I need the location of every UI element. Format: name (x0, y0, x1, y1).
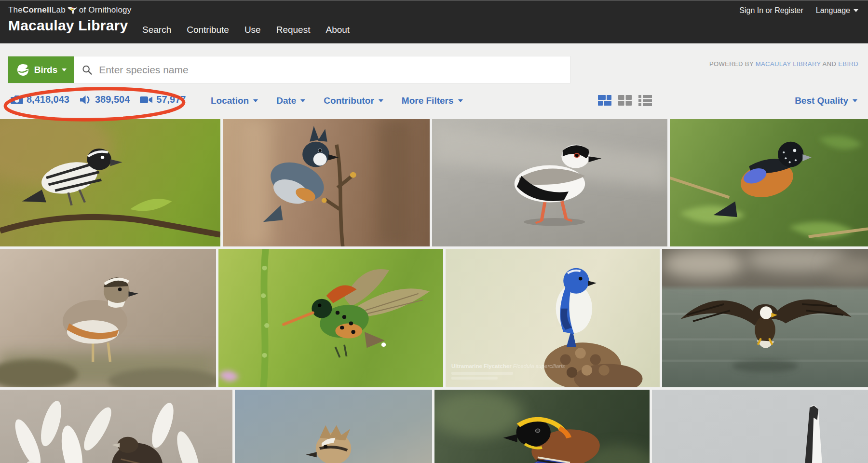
filter-location[interactable]: Location (211, 95, 258, 106)
photo-thumbnail[interactable] (670, 119, 868, 246)
photo-thumbnail[interactable] (223, 119, 430, 246)
photo-watermark: Ultramarine Flycatcher Ficedula supercil… (451, 363, 565, 380)
camera-icon (11, 95, 23, 105)
logo-text-the: The (8, 5, 23, 15)
photo-thumbnail[interactable] (662, 249, 868, 387)
filter-more-label: More Filters (402, 95, 454, 106)
photo-thumbnail[interactable] (0, 390, 232, 463)
macaulay-library-link[interactable]: MACAULAY LIBRARY (756, 60, 821, 68)
media-counts: 8,418,043 389,504 57,977 (11, 94, 186, 105)
header-right: Sign In or Register Language (739, 6, 858, 15)
chevron-down-icon (853, 99, 857, 102)
video-count-value: 57,977 (156, 94, 186, 105)
watermark-species: Ultramarine Flycatcher (451, 363, 512, 369)
site-title[interactable]: Macaulay Library (8, 17, 131, 34)
nav-item-request[interactable]: Request (276, 25, 311, 35)
photo-thumbnail[interactable] (434, 390, 650, 463)
logo-text-ornithology: of Ornithology (79, 5, 132, 15)
filter-contributor-label: Contributor (324, 95, 374, 106)
site-header: TheCornellLab of Ornithology Macaulay Li… (0, 0, 868, 43)
nav-item-use[interactable]: Use (244, 25, 261, 35)
photo-art-pied-plover (432, 119, 667, 246)
ebird-bird-icon (15, 63, 30, 77)
watermark-scientific-name: Ficedula superciliaris (513, 363, 565, 369)
language-label: Language (816, 6, 850, 15)
photo-art-coquette-hummingbird (218, 249, 443, 387)
main-nav: Search Contribute Use Request About (142, 25, 350, 35)
sort-dropdown[interactable]: Best Quality (795, 95, 857, 106)
photo-thumbnail[interactable] (235, 390, 432, 463)
photo-art-tanager (670, 119, 868, 246)
gallery-row (0, 119, 868, 246)
taxa-label: Birds (34, 65, 58, 75)
filter-bar: Location Date Contributor More Filters (211, 95, 463, 106)
search-section: Birds POWERED BY MACAULAY LIBRARY AND EB… (0, 43, 868, 87)
watermark-copyright-line (451, 377, 498, 380)
chevron-down-icon (62, 68, 67, 71)
grid-view-icon[interactable] (618, 95, 632, 108)
filter-contributor[interactable]: Contributor (324, 95, 383, 106)
media-gallery: Ultramarine Flycatcher Ficedula supercil… (0, 119, 868, 463)
nav-item-search[interactable]: Search (142, 25, 171, 35)
photo-art-bald-eagle (662, 249, 868, 387)
photo-thumbnail[interactable] (652, 390, 868, 463)
species-search-input[interactable] (99, 64, 562, 76)
chevron-down-icon (854, 9, 858, 12)
photo-thumbnail[interactable] (218, 249, 443, 387)
brand-block[interactable]: TheCornellLab of Ornithology Macaulay Li… (8, 5, 131, 34)
video-camera-icon (139, 95, 153, 105)
macaulay-library-page: TheCornellLab of Ornithology Macaulay Li… (0, 0, 868, 463)
powered-prefix: POWERED BY (709, 60, 754, 68)
filter-location-label: Location (211, 95, 249, 106)
gallery-view-icon[interactable] (598, 95, 611, 108)
filter-more[interactable]: More Filters (402, 95, 463, 106)
cornell-lab-logo[interactable]: TheCornellLab of Ornithology (8, 5, 131, 15)
search-bar: Birds (8, 56, 570, 83)
gallery-row (0, 390, 868, 463)
logo-text-cornell: Cornell (23, 5, 52, 15)
photo-thumbnail[interactable] (0, 249, 216, 387)
nav-item-contribute[interactable]: Contribute (187, 25, 229, 35)
photo-art-banded-pitta (434, 390, 650, 463)
photo-art-frost-bird (0, 390, 232, 463)
photo-thumbnail[interactable]: Ultramarine Flycatcher Ficedula supercil… (446, 249, 660, 387)
list-view-icon[interactable] (638, 95, 652, 108)
chevron-down-icon (379, 99, 383, 102)
nav-item-about[interactable]: About (326, 25, 350, 35)
cornell-bird-icon (66, 5, 79, 15)
photo-art-warbler (0, 119, 220, 246)
photo-thumbnail[interactable] (0, 119, 220, 246)
view-mode-toggles (598, 95, 652, 108)
chevron-down-icon (253, 99, 258, 102)
speaker-icon (79, 95, 92, 105)
powered-by: POWERED BY MACAULAY LIBRARY AND EBIRD (709, 60, 858, 68)
taxa-selector-button[interactable]: Birds (8, 56, 74, 83)
language-dropdown[interactable]: Language (816, 6, 858, 15)
gallery-row: Ultramarine Flycatcher Ficedula supercil… (0, 249, 868, 387)
audio-count[interactable]: 389,504 (79, 94, 130, 105)
filter-date-label: Date (276, 95, 296, 106)
logo-text-lab: Lab (52, 5, 66, 15)
sort-label: Best Quality (795, 95, 848, 106)
results-toolbar: 8,418,043 389,504 57,977 (0, 87, 868, 119)
ebird-link[interactable]: EBIRD (838, 60, 858, 68)
powered-and: AND (823, 60, 837, 68)
photo-art-crested-tit (223, 119, 430, 246)
photo-count-value: 8,418,043 (27, 94, 69, 105)
chevron-down-icon (458, 99, 463, 102)
photo-art-dotterel (0, 249, 216, 387)
search-input-wrap (74, 56, 570, 83)
sign-in-link[interactable]: Sign In or Register (739, 6, 803, 15)
chevron-down-icon (300, 99, 305, 102)
photo-count[interactable]: 8,418,043 (11, 94, 69, 105)
photo-thumbnail[interactable] (432, 119, 667, 246)
filter-date[interactable]: Date (276, 95, 305, 106)
watermark-location-line (451, 372, 513, 375)
photo-art-preening-shorebird (652, 390, 868, 463)
search-icon (81, 64, 93, 76)
photo-art-crested-plover (235, 390, 432, 463)
audio-count-value: 389,504 (95, 94, 130, 105)
video-count[interactable]: 57,977 (139, 94, 186, 105)
